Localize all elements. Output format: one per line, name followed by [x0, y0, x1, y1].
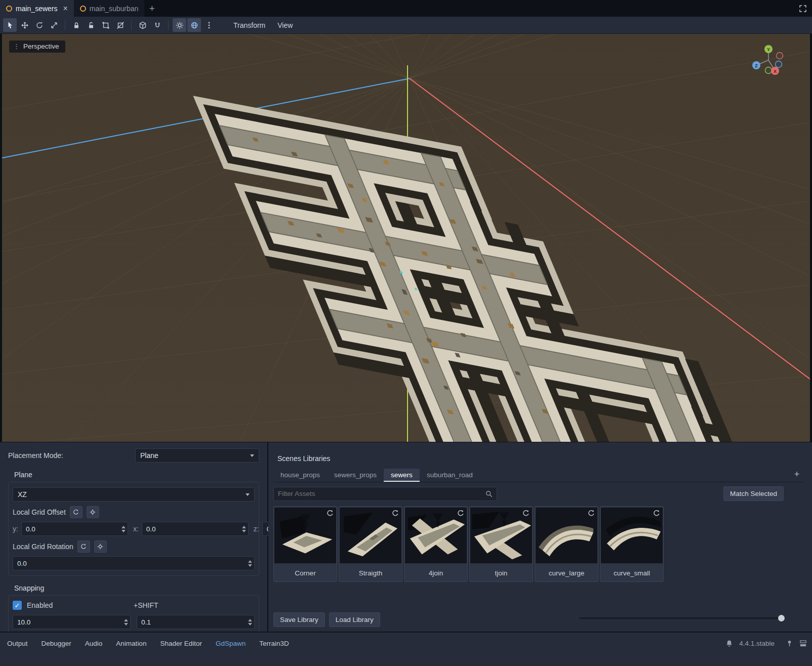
- more-options-button[interactable]: [202, 18, 216, 32]
- rotation-input[interactable]: [13, 557, 246, 570]
- bottom-panel-shader-editor[interactable]: Shader Editor: [160, 640, 202, 647]
- projection-label: Perspective: [23, 43, 59, 50]
- scene-tab-main-suburban[interactable]: main_suburban: [74, 0, 145, 17]
- add-library-button[interactable]: +: [790, 469, 804, 482]
- asset-card-curve-small[interactable]: curve_small: [600, 506, 664, 582]
- offset-y-spinbox[interactable]: [21, 522, 128, 536]
- bottom-panel-audio[interactable]: Audio: [85, 640, 103, 647]
- offset-z-label: z:: [254, 525, 259, 533]
- refresh-icon[interactable]: [391, 509, 400, 518]
- pin-bottom-panel-icon[interactable]: [786, 640, 793, 647]
- load-library-button[interactable]: Load Library: [329, 612, 380, 627]
- pick-rotation-button[interactable]: [94, 540, 107, 553]
- asset-label: tjoin: [470, 569, 533, 577]
- projection-selector[interactable]: ⋮ Perspective: [9, 40, 65, 53]
- library-tab-sewers-props[interactable]: sewers_props: [327, 469, 384, 482]
- pick-offset-button[interactable]: [87, 506, 99, 518]
- slider-handle[interactable]: [778, 615, 785, 621]
- axis-z-negative-ball[interactable]: [776, 61, 782, 68]
- asset-card-curve-large[interactable]: curve_large: [535, 506, 598, 582]
- viewport-canvas[interactable]: [2, 34, 810, 442]
- snapping-enabled-checkbox[interactable]: ✓: [13, 601, 22, 610]
- spin-arrows[interactable]: [122, 615, 130, 629]
- reset-offset-button[interactable]: [70, 506, 83, 518]
- save-library-button[interactable]: Save Library: [273, 612, 325, 627]
- spin-arrows[interactable]: [246, 557, 254, 570]
- bottom-panel-terrain3d[interactable]: Terrain3D: [259, 640, 289, 647]
- filter-assets-input[interactable]: [278, 490, 485, 497]
- viewport-menu-icon[interactable]: ⋮: [13, 43, 20, 50]
- lock-button[interactable]: [69, 18, 83, 32]
- asset-card-4join[interactable]: 4join: [404, 506, 468, 582]
- bottom-panel-debugger[interactable]: Debugger: [42, 640, 71, 647]
- preview-sunlight-toggle[interactable]: [173, 18, 186, 32]
- library-tab-suburban-road[interactable]: suburban_road: [420, 469, 480, 482]
- add-scene-button[interactable]: +: [144, 0, 159, 17]
- spin-arrows[interactable]: [119, 522, 128, 535]
- asset-grid: Corner Straigth: [273, 506, 804, 582]
- close-tab-icon[interactable]: ×: [63, 5, 67, 13]
- axis-y-negative-ball[interactable]: [765, 67, 772, 74]
- move-tool-button[interactable]: [18, 18, 31, 32]
- ungroup-button[interactable]: [113, 18, 127, 32]
- offset-y-input[interactable]: [22, 522, 119, 535]
- asset-label: Straigth: [339, 569, 402, 577]
- offset-x-label: x:: [133, 525, 139, 533]
- asset-card-straigth[interactable]: Straigth: [339, 506, 402, 582]
- placement-mode-dropdown[interactable]: Plane: [135, 448, 259, 463]
- offset-x-input[interactable]: [142, 522, 240, 535]
- library-tab-house-props[interactable]: house_props: [273, 469, 327, 482]
- filter-assets-field[interactable]: [273, 487, 497, 501]
- slider-track[interactable]: [579, 617, 784, 619]
- transform-menu[interactable]: Transform: [228, 19, 271, 32]
- axis-gizmo[interactable]: Y X Z: [750, 42, 787, 78]
- unlock-button[interactable]: [84, 18, 98, 32]
- refresh-icon[interactable]: [652, 509, 661, 518]
- preview-environment-toggle[interactable]: [187, 18, 201, 32]
- select-tool-button[interactable]: [3, 18, 17, 32]
- asset-card-corner[interactable]: Corner: [273, 506, 337, 582]
- grid-offset-label: Local Grid Offset: [13, 508, 66, 516]
- spin-arrows[interactable]: [246, 615, 254, 629]
- snap-toggle[interactable]: [150, 18, 164, 32]
- axis-x-negative-ball[interactable]: [777, 53, 783, 59]
- thumbnail-zoom-slider[interactable]: [579, 615, 784, 621]
- refresh-icon[interactable]: [587, 509, 596, 518]
- expand-viewport-icon[interactable]: [794, 0, 812, 17]
- refresh-icon[interactable]: [456, 509, 465, 518]
- bottom-panel-gdspawn[interactable]: GdSpawn: [216, 640, 246, 647]
- asset-card-tjoin[interactable]: tjoin: [469, 506, 533, 582]
- scene-icon: [6, 6, 12, 12]
- bottom-panel-output[interactable]: Output: [7, 640, 28, 647]
- scale-tool-button[interactable]: [47, 18, 61, 32]
- bottom-status-bar: Output Debugger Audio Animation Shader E…: [0, 632, 812, 666]
- notification-bell-icon[interactable]: [725, 640, 733, 647]
- chevron-down-icon: [250, 454, 254, 457]
- scene-tab-main-sewers[interactable]: main_sewers ×: [0, 0, 74, 17]
- group-button[interactable]: [99, 18, 112, 32]
- refresh-icon[interactable]: [326, 509, 335, 518]
- rotation-spinbox[interactable]: [13, 556, 255, 570]
- library-tab-sewers[interactable]: sewers: [384, 469, 420, 482]
- snap-step-input[interactable]: [13, 615, 122, 629]
- offset-x-spinbox[interactable]: [142, 522, 249, 536]
- snap-step-spinbox[interactable]: [13, 615, 131, 629]
- snap-step-shift-spinbox[interactable]: [137, 615, 255, 629]
- match-selected-button[interactable]: Match Selected: [723, 486, 784, 501]
- search-icon: [485, 490, 493, 497]
- grid-rotation-label: Local Grid Rotation: [13, 543, 73, 551]
- expand-bottom-panel-icon[interactable]: [799, 640, 807, 647]
- view-menu[interactable]: View: [272, 19, 298, 32]
- refresh-icon[interactable]: [521, 509, 531, 518]
- local-space-toggle[interactable]: [136, 18, 149, 32]
- snap-step-shift-input[interactable]: [137, 615, 246, 629]
- toolbar-separator: [65, 21, 65, 30]
- rotate-tool-button[interactable]: [32, 18, 46, 32]
- scene-tab-bar: main_sewers × main_suburban +: [0, 0, 812, 17]
- bottom-panel-animation[interactable]: Animation: [116, 640, 146, 647]
- plane-axis-dropdown[interactable]: XZ: [13, 487, 255, 502]
- spin-arrows[interactable]: [240, 522, 248, 535]
- asset-label: 4join: [404, 569, 467, 577]
- reset-rotation-button[interactable]: [77, 540, 90, 553]
- viewport-3d[interactable]: ⋮ Perspective Y X Z: [2, 34, 810, 442]
